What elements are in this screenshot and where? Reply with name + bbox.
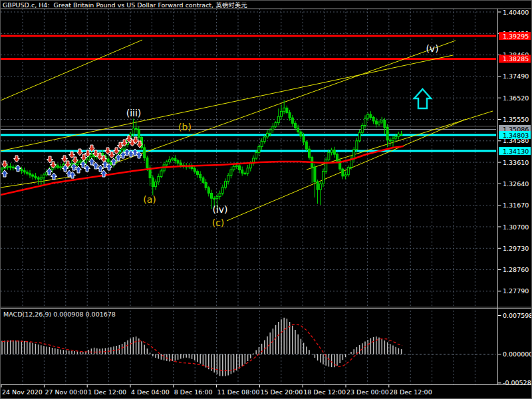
buy-arrow-icon[interactable] xyxy=(84,165,90,172)
trendline[interactable] xyxy=(307,111,493,170)
time-axis-label[interactable]: 1 Dec 12:00 xyxy=(88,388,126,396)
candle-body xyxy=(378,122,380,124)
candle-body xyxy=(317,182,319,190)
candle-body xyxy=(389,140,391,142)
candle-body xyxy=(205,182,207,188)
candle-body xyxy=(174,158,176,161)
wave-label[interactable]: (b) xyxy=(178,122,192,132)
candle-body xyxy=(219,193,221,196)
candle-body xyxy=(286,108,288,112)
price-axis-label: 1.27790 xyxy=(503,287,529,295)
candle-body xyxy=(7,166,9,168)
candle-body xyxy=(90,154,92,156)
candle-body xyxy=(281,111,283,116)
candle-body xyxy=(32,175,34,176)
price-badge-label: 1.38285 xyxy=(503,55,529,63)
candle-body xyxy=(381,120,383,122)
candle-body xyxy=(1,168,3,170)
price-axis-label: 1.28760 xyxy=(503,266,529,273)
candle-body xyxy=(172,158,174,160)
candle-body xyxy=(331,150,332,153)
trendline[interactable] xyxy=(1,40,142,100)
candle-body xyxy=(289,112,291,118)
candle-body xyxy=(384,120,386,128)
candle-body xyxy=(375,121,377,124)
candle-body xyxy=(305,142,307,149)
candle-body xyxy=(46,172,48,175)
candle-body xyxy=(398,134,400,137)
candle-body xyxy=(160,171,162,177)
candle-body xyxy=(319,184,321,190)
candle-body xyxy=(295,123,297,128)
candle-body xyxy=(364,118,366,126)
time-axis-label[interactable]: 18 Dec 12:00 xyxy=(303,388,346,396)
price-badge-label: 1.34803 xyxy=(503,132,529,139)
candle-body xyxy=(197,172,199,175)
candle-body xyxy=(267,133,269,137)
chart-canvas[interactable]: (iii)(b)(a)(iv)(c)(v)1.404001.394301.384… xyxy=(1,1,532,399)
candle-body xyxy=(213,198,215,200)
candle-body xyxy=(29,174,31,175)
time-axis-label[interactable]: 4 Dec 04:00 xyxy=(131,388,170,396)
candle-body xyxy=(37,178,39,179)
candle-body xyxy=(356,141,358,150)
price-badge-label: 1.39295 xyxy=(503,33,529,40)
candle-body xyxy=(303,136,305,142)
candle-body xyxy=(314,167,316,182)
price-axis-label: 1.29730 xyxy=(503,245,529,252)
candle-body xyxy=(40,178,42,179)
macd-signal-line xyxy=(2,325,402,371)
big-up-arrow-icon[interactable] xyxy=(414,89,431,108)
candle-body xyxy=(200,174,201,178)
macd-axis-label: 0.000000 xyxy=(503,350,532,358)
candle-body xyxy=(272,126,274,130)
candle-body xyxy=(249,164,251,168)
wave-label[interactable]: (v) xyxy=(426,43,438,54)
candle-body xyxy=(297,128,299,132)
price-axis-label: 1.37490 xyxy=(503,72,529,80)
candle-body xyxy=(309,149,311,158)
time-axis-label[interactable]: 15 Dec 20:00 xyxy=(260,388,303,396)
candle-body xyxy=(367,114,369,118)
candle-body xyxy=(194,169,196,172)
macd-indicator-label: MACD(12,26,9) 0.000908 0.001678 xyxy=(3,311,116,318)
time-axis-label[interactable]: 28 Dec 12:00 xyxy=(390,388,432,396)
candle-body xyxy=(300,132,302,136)
candle-body xyxy=(235,166,237,167)
buy-arrow-icon[interactable] xyxy=(51,173,57,180)
sell-arrow-icon[interactable] xyxy=(109,152,115,158)
time-axis-label[interactable]: 24 Nov 2020 xyxy=(2,388,43,396)
sell-arrow-icon[interactable] xyxy=(105,148,111,154)
chart-title: GBPUSD.c, H4: Great Britain Pound vs US … xyxy=(3,1,247,9)
trendline[interactable] xyxy=(1,55,453,151)
candle-body xyxy=(225,182,227,188)
candle-body xyxy=(146,158,148,168)
sell-arrow-icon[interactable] xyxy=(14,156,20,162)
time-axis-label[interactable]: 23 Dec 00:00 xyxy=(346,388,389,396)
candle-body xyxy=(325,160,327,171)
time-axis-label[interactable]: 11 Dec 08:00 xyxy=(217,388,260,396)
candle-body xyxy=(275,123,277,127)
candle-body xyxy=(277,116,279,122)
candle-body xyxy=(85,160,87,163)
candle-body xyxy=(202,178,204,182)
candle-body xyxy=(247,168,249,174)
candle-body xyxy=(328,152,330,160)
time-axis-label[interactable]: 27 Nov 00:00 xyxy=(45,388,87,396)
price-badge-label: 1.34130 xyxy=(503,148,529,155)
macd-axis-label: -0.005280 xyxy=(503,379,532,386)
wave-label[interactable]: (c) xyxy=(212,217,225,228)
wave-label[interactable]: (a) xyxy=(143,194,156,205)
candle-body xyxy=(169,160,171,162)
wave-label[interactable]: (iii) xyxy=(126,108,142,118)
candle-body xyxy=(342,169,344,176)
candle-body xyxy=(269,130,271,133)
candle-body xyxy=(35,176,37,178)
wave-label[interactable]: (iv) xyxy=(212,204,227,215)
candle-body xyxy=(216,196,218,198)
candle-body xyxy=(211,193,213,198)
time-axis-label[interactable]: 8 Dec 16:00 xyxy=(174,388,213,396)
candle-body xyxy=(241,170,243,174)
candle-body xyxy=(158,177,160,182)
buy-arrow-icon[interactable] xyxy=(2,170,8,177)
